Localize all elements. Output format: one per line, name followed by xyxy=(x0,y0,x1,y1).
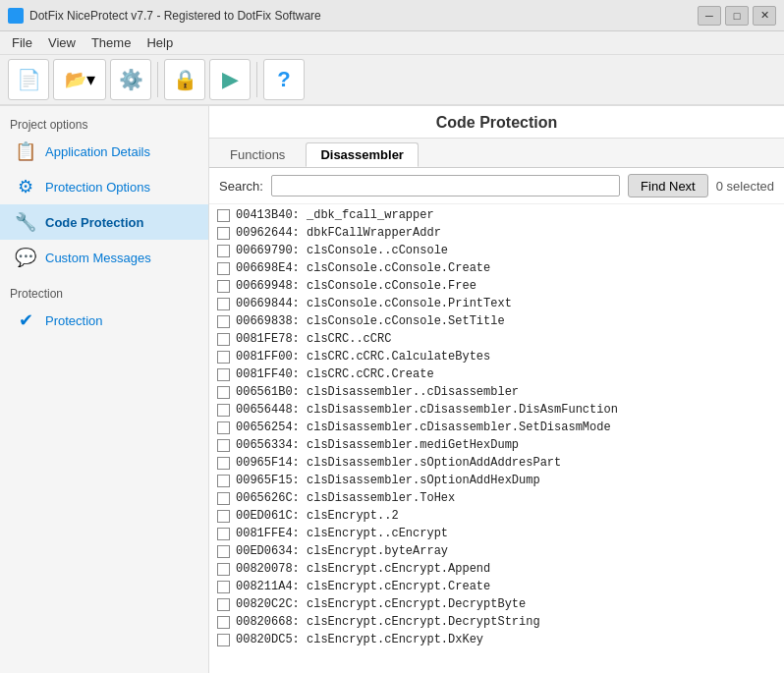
sidebar-item-custom-messages-label: Custom Messages xyxy=(45,251,151,265)
function-item[interactable]: 00656448: clsDisassembler.cDisassembler.… xyxy=(209,401,784,419)
find-next-button[interactable]: Find Next xyxy=(628,174,708,197)
minimize-button[interactable]: ─ xyxy=(698,6,721,26)
function-name: 00820668: clsEncrypt.cEncrypt.DecryptStr… xyxy=(236,615,540,629)
function-item[interactable]: 0081FE78: clsCRC..cCRC xyxy=(209,330,784,348)
close-button[interactable]: ✕ xyxy=(753,6,776,26)
sidebar-item-application-details-label: Application Details xyxy=(45,144,150,159)
menu-help[interactable]: Help xyxy=(139,33,181,52)
function-checkbox[interactable] xyxy=(217,209,230,222)
function-list[interactable]: 00413B40: _dbk_fcall_wrapper00962644: db… xyxy=(209,204,784,673)
run-button[interactable]: ▶ xyxy=(209,59,251,100)
protection-icon: ✔ xyxy=(14,308,37,332)
function-item[interactable]: 00656334: clsDisassembler.mediGetHexDump xyxy=(209,436,784,454)
toolbar-separator-1 xyxy=(157,62,158,97)
function-checkbox[interactable] xyxy=(217,581,230,593)
new-button[interactable]: 📄 xyxy=(8,59,49,100)
function-checkbox[interactable] xyxy=(217,245,230,257)
tab-functions[interactable]: Functions xyxy=(215,142,300,167)
function-checkbox[interactable] xyxy=(217,262,230,275)
function-checkbox[interactable] xyxy=(217,545,230,558)
function-checkbox[interactable] xyxy=(217,333,230,346)
title-bar-controls: ─ □ ✕ xyxy=(698,6,776,26)
function-checkbox[interactable] xyxy=(217,421,230,434)
function-checkbox[interactable] xyxy=(217,528,230,540)
function-name: 00ED0634: clsEncrypt.byteArray xyxy=(236,544,448,558)
function-name: 00820078: clsEncrypt.cEncrypt.Append xyxy=(236,562,490,576)
toolbar-group-6: ? xyxy=(263,59,305,100)
menu-file[interactable]: File xyxy=(4,33,40,52)
function-item[interactable]: 0081FFE4: clsEncrypt..cEncrypt xyxy=(209,525,784,542)
sidebar-section-protection: Protection xyxy=(0,283,208,303)
function-checkbox[interactable] xyxy=(217,616,230,629)
function-checkbox[interactable] xyxy=(217,280,230,293)
function-item[interactable]: 0081FF40: clsCRC.cCRC.Create xyxy=(209,365,784,383)
function-item[interactable]: 00820DC5: clsEncrypt.cEncrypt.DxKey xyxy=(209,631,784,648)
function-item[interactable]: 00820668: clsEncrypt.cEncrypt.DecryptStr… xyxy=(209,613,784,631)
function-checkbox[interactable] xyxy=(217,510,230,523)
toolbar: 📄 📂▾ ⚙️ 🔒 ▶ ? xyxy=(0,55,784,106)
function-checkbox[interactable] xyxy=(217,475,230,487)
function-name: 00656254: clsDisassembler.cDisassembler.… xyxy=(236,421,611,434)
sidebar-item-protection-options-label: Protection Options xyxy=(45,180,150,195)
function-item[interactable]: 0065626C: clsDisassembler.ToHex xyxy=(209,489,784,507)
sidebar: Project options 📋 Application Details ⚙ … xyxy=(0,106,209,673)
function-item[interactable]: 00413B40: _dbk_fcall_wrapper xyxy=(209,206,784,224)
function-item[interactable]: 00965F15: clsDisassembler.sOptionAddHexD… xyxy=(209,472,784,489)
function-item[interactable]: 00ED0634: clsEncrypt.byteArray xyxy=(209,542,784,560)
function-item[interactable]: 00962644: dbkFCallWrapperAddr xyxy=(209,224,784,242)
function-item[interactable]: 00669838: clsConsole.cConsole.SetTitle xyxy=(209,312,784,330)
function-checkbox[interactable] xyxy=(217,492,230,505)
settings-button[interactable]: ⚙️ xyxy=(110,59,151,100)
function-checkbox[interactable] xyxy=(217,598,230,611)
function-item[interactable]: 00965F14: clsDisassembler.sOptionAddAddr… xyxy=(209,454,784,472)
function-item[interactable]: 00669948: clsConsole.cConsole.Free xyxy=(209,277,784,295)
sidebar-item-protection[interactable]: ✔ Protection xyxy=(0,303,208,338)
function-item[interactable]: 00656254: clsDisassembler.cDisassembler.… xyxy=(209,419,784,436)
function-checkbox[interactable] xyxy=(217,563,230,576)
function-item[interactable]: 008211A4: clsEncrypt.cEncrypt.Create xyxy=(209,578,784,595)
function-checkbox[interactable] xyxy=(217,404,230,417)
function-checkbox[interactable] xyxy=(217,386,230,399)
function-checkbox[interactable] xyxy=(217,227,230,240)
lock-button[interactable]: 🔒 xyxy=(164,59,205,100)
content-area: Code Protection Functions Disassembler S… xyxy=(209,106,784,673)
function-name: 00656448: clsDisassembler.cDisassembler.… xyxy=(236,403,618,417)
menu-view[interactable]: View xyxy=(40,33,84,52)
function-checkbox[interactable] xyxy=(217,634,230,646)
function-item[interactable]: 0081FF00: clsCRC.cCRC.CalculateBytes xyxy=(209,348,784,365)
search-bar: Search: Find Next 0 selected xyxy=(209,168,784,204)
menu-theme[interactable]: Theme xyxy=(84,33,139,52)
sidebar-item-custom-messages[interactable]: 💬 Custom Messages xyxy=(0,240,208,275)
help-button[interactable]: ? xyxy=(263,59,305,100)
function-name: 008211A4: clsEncrypt.cEncrypt.Create xyxy=(236,580,490,593)
maximize-button[interactable]: □ xyxy=(725,6,749,26)
search-input[interactable] xyxy=(271,175,620,196)
function-checkbox[interactable] xyxy=(217,439,230,452)
function-checkbox[interactable] xyxy=(217,457,230,470)
tab-disassembler[interactable]: Disassembler xyxy=(306,142,419,167)
function-name: 0081FFE4: clsEncrypt..cEncrypt xyxy=(236,527,448,540)
toolbar-group-3: ⚙️ xyxy=(110,59,151,100)
function-item[interactable]: 00820C2C: clsEncrypt.cEncrypt.DecryptByt… xyxy=(209,595,784,613)
function-item[interactable]: 00669790: clsConsole..cConsole xyxy=(209,242,784,259)
function-item[interactable]: 00ED061C: clsEncrypt..2 xyxy=(209,507,784,525)
tabs: Functions Disassembler xyxy=(209,139,784,168)
sidebar-item-application-details[interactable]: 📋 Application Details xyxy=(0,134,208,169)
function-item[interactable]: 006698E4: clsConsole.cConsole.Create xyxy=(209,259,784,277)
function-checkbox[interactable] xyxy=(217,315,230,328)
open-button[interactable]: 📂▾ xyxy=(53,59,106,100)
function-checkbox[interactable] xyxy=(217,351,230,364)
content-header: Code Protection xyxy=(209,106,784,139)
function-item[interactable]: 006561B0: clsDisassembler..cDisassembler xyxy=(209,383,784,401)
function-checkbox[interactable] xyxy=(217,298,230,310)
function-item[interactable]: 00820078: clsEncrypt.cEncrypt.Append xyxy=(209,560,784,578)
sidebar-item-protection-options[interactable]: ⚙ Protection Options xyxy=(0,169,208,204)
function-checkbox[interactable] xyxy=(217,368,230,381)
function-item[interactable]: 00669844: clsConsole.cConsole.PrintText xyxy=(209,295,784,312)
sidebar-item-code-protection[interactable]: 🔧 Code Protection xyxy=(0,204,208,240)
function-name: 00669844: clsConsole.cConsole.PrintText xyxy=(236,297,512,310)
toolbar-group-4: 🔒 xyxy=(164,59,205,100)
function-name: 0065626C: clsDisassembler.ToHex xyxy=(236,491,455,505)
toolbar-group-2: 📂▾ xyxy=(53,59,106,100)
function-name: 00965F15: clsDisassembler.sOptionAddHexD… xyxy=(236,474,540,487)
